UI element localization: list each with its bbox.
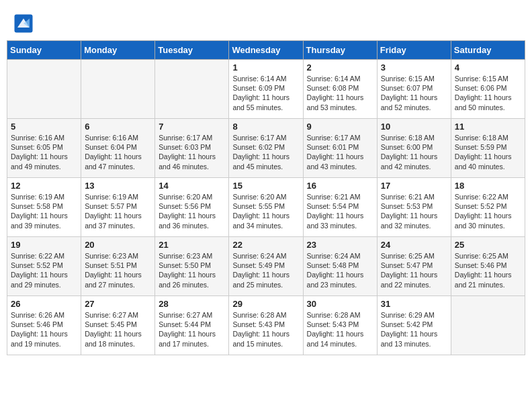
calendar-cell: 24Sunrise: 6:25 AMSunset: 5:47 PMDayligh… — [377, 237, 451, 296]
day-number: 18 — [455, 181, 521, 191]
day-info: Sunrise: 6:14 AMSunset: 6:09 PMDaylight:… — [232, 74, 299, 112]
calendar-week-row: 19Sunrise: 6:22 AMSunset: 5:52 PMDayligh… — [7, 237, 525, 296]
day-info: Sunrise: 6:15 AMSunset: 6:06 PMDaylight:… — [455, 74, 521, 112]
calendar-cell: 7Sunrise: 6:17 AMSunset: 6:03 PMDaylight… — [155, 119, 229, 178]
day-info: Sunrise: 6:14 AMSunset: 6:08 PMDaylight:… — [307, 74, 373, 112]
calendar-cell: 29Sunrise: 6:28 AMSunset: 5:43 PMDayligh… — [229, 296, 303, 355]
page-header — [7, 7, 525, 37]
day-number: 28 — [159, 299, 225, 309]
calendar-cell: 12Sunrise: 6:19 AMSunset: 5:58 PMDayligh… — [7, 178, 81, 237]
day-number: 19 — [11, 240, 77, 250]
calendar-cell: 14Sunrise: 6:20 AMSunset: 5:56 PMDayligh… — [155, 178, 229, 237]
day-number: 2 — [307, 62, 373, 73]
day-info: Sunrise: 6:17 AMSunset: 6:01 PMDaylight:… — [307, 133, 373, 171]
day-number: 12 — [11, 181, 77, 191]
day-number: 3 — [381, 62, 447, 73]
calendar-cell: 22Sunrise: 6:24 AMSunset: 5:49 PMDayligh… — [229, 237, 303, 296]
calendar-cell: 31Sunrise: 6:29 AMSunset: 5:42 PMDayligh… — [377, 296, 451, 355]
calendar-week-row: 5Sunrise: 6:16 AMSunset: 6:05 PMDaylight… — [7, 119, 525, 178]
calendar-cell — [81, 60, 155, 119]
day-info: Sunrise: 6:26 AMSunset: 5:46 PMDaylight:… — [11, 310, 77, 349]
day-info: Sunrise: 6:16 AMSunset: 6:04 PMDaylight:… — [85, 133, 151, 171]
day-number: 31 — [381, 299, 447, 309]
calendar-cell: 23Sunrise: 6:24 AMSunset: 5:48 PMDayligh… — [303, 237, 377, 296]
day-info: Sunrise: 6:19 AMSunset: 5:58 PMDaylight:… — [11, 192, 77, 230]
calendar-cell: 15Sunrise: 6:20 AMSunset: 5:55 PMDayligh… — [229, 178, 303, 237]
day-number: 20 — [85, 240, 151, 250]
day-number: 15 — [232, 181, 299, 191]
day-info: Sunrise: 6:15 AMSunset: 6:07 PMDaylight:… — [381, 74, 447, 112]
day-number: 8 — [232, 122, 299, 132]
day-info: Sunrise: 6:19 AMSunset: 5:57 PMDaylight:… — [85, 192, 151, 230]
logo — [13, 13, 36, 34]
day-number: 25 — [455, 240, 521, 250]
calendar-cell: 1Sunrise: 6:14 AMSunset: 6:09 PMDaylight… — [229, 60, 303, 119]
day-info: Sunrise: 6:24 AMSunset: 5:48 PMDaylight:… — [307, 251, 373, 289]
calendar-cell: 19Sunrise: 6:22 AMSunset: 5:52 PMDayligh… — [7, 237, 81, 296]
day-number: 10 — [381, 122, 447, 132]
day-number: 1 — [232, 62, 299, 73]
day-info: Sunrise: 6:23 AMSunset: 5:50 PMDaylight:… — [159, 251, 225, 289]
day-number: 6 — [85, 122, 151, 132]
day-number: 5 — [11, 122, 77, 132]
day-number: 13 — [85, 181, 151, 191]
day-number: 11 — [455, 122, 521, 132]
day-number: 7 — [159, 122, 225, 132]
weekday-header-row: SundayMondayTuesdayWednesdayThursdayFrid… — [7, 41, 525, 60]
day-number: 17 — [381, 181, 447, 191]
day-info: Sunrise: 6:17 AMSunset: 6:02 PMDaylight:… — [232, 133, 299, 171]
calendar-cell: 20Sunrise: 6:23 AMSunset: 5:51 PMDayligh… — [81, 237, 155, 296]
calendar-cell: 4Sunrise: 6:15 AMSunset: 6:06 PMDaylight… — [451, 60, 525, 119]
calendar-cell: 9Sunrise: 6:17 AMSunset: 6:01 PMDaylight… — [303, 119, 377, 178]
calendar-week-row: 1Sunrise: 6:14 AMSunset: 6:09 PMDaylight… — [7, 60, 525, 119]
calendar-cell: 8Sunrise: 6:17 AMSunset: 6:02 PMDaylight… — [229, 119, 303, 178]
calendar-cell: 17Sunrise: 6:21 AMSunset: 5:53 PMDayligh… — [377, 178, 451, 237]
day-number: 4 — [455, 62, 521, 73]
day-info: Sunrise: 6:24 AMSunset: 5:49 PMDaylight:… — [232, 251, 299, 289]
calendar-cell: 2Sunrise: 6:14 AMSunset: 6:08 PMDaylight… — [303, 60, 377, 119]
calendar-table: SundayMondayTuesdayWednesdayThursdayFrid… — [7, 40, 525, 355]
day-info: Sunrise: 6:25 AMSunset: 5:47 PMDaylight:… — [381, 251, 447, 289]
calendar-cell: 11Sunrise: 6:18 AMSunset: 5:59 PMDayligh… — [451, 119, 525, 178]
day-info: Sunrise: 6:18 AMSunset: 6:00 PMDaylight:… — [381, 133, 447, 171]
day-info: Sunrise: 6:25 AMSunset: 5:46 PMDaylight:… — [455, 251, 521, 289]
calendar-cell: 26Sunrise: 6:26 AMSunset: 5:46 PMDayligh… — [7, 296, 81, 355]
day-info: Sunrise: 6:18 AMSunset: 5:59 PMDaylight:… — [455, 133, 521, 171]
calendar-week-row: 26Sunrise: 6:26 AMSunset: 5:46 PMDayligh… — [7, 296, 525, 355]
day-number: 24 — [381, 240, 447, 250]
weekday-header-friday: Friday — [377, 41, 451, 60]
day-info: Sunrise: 6:21 AMSunset: 5:53 PMDaylight:… — [381, 192, 447, 230]
day-number: 27 — [85, 299, 151, 309]
day-info: Sunrise: 6:27 AMSunset: 5:44 PMDaylight:… — [159, 310, 225, 349]
calendar-cell: 18Sunrise: 6:22 AMSunset: 5:52 PMDayligh… — [451, 178, 525, 237]
calendar-cell: 13Sunrise: 6:19 AMSunset: 5:57 PMDayligh… — [81, 178, 155, 237]
calendar-cell — [155, 60, 229, 119]
day-number: 21 — [159, 240, 225, 250]
calendar-cell: 30Sunrise: 6:28 AMSunset: 5:43 PMDayligh… — [303, 296, 377, 355]
logo-icon — [13, 13, 34, 34]
calendar-cell: 5Sunrise: 6:16 AMSunset: 6:05 PMDaylight… — [7, 119, 81, 178]
day-number: 22 — [232, 240, 299, 250]
calendar-cell: 16Sunrise: 6:21 AMSunset: 5:54 PMDayligh… — [303, 178, 377, 237]
day-info: Sunrise: 6:28 AMSunset: 5:43 PMDaylight:… — [307, 310, 373, 349]
weekday-header-saturday: Saturday — [451, 41, 525, 60]
weekday-header-tuesday: Tuesday — [155, 41, 229, 60]
calendar-cell: 3Sunrise: 6:15 AMSunset: 6:07 PMDaylight… — [377, 60, 451, 119]
weekday-header-wednesday: Wednesday — [229, 41, 303, 60]
weekday-header-sunday: Sunday — [7, 41, 81, 60]
calendar-week-row: 12Sunrise: 6:19 AMSunset: 5:58 PMDayligh… — [7, 178, 525, 237]
day-info: Sunrise: 6:16 AMSunset: 6:05 PMDaylight:… — [11, 133, 77, 171]
day-info: Sunrise: 6:23 AMSunset: 5:51 PMDaylight:… — [85, 251, 151, 289]
day-number: 9 — [307, 122, 373, 132]
calendar-cell: 25Sunrise: 6:25 AMSunset: 5:46 PMDayligh… — [451, 237, 525, 296]
day-info: Sunrise: 6:17 AMSunset: 6:03 PMDaylight:… — [159, 133, 225, 171]
calendar-cell: 27Sunrise: 6:27 AMSunset: 5:45 PMDayligh… — [81, 296, 155, 355]
calendar-cell — [7, 60, 81, 119]
calendar-cell: 28Sunrise: 6:27 AMSunset: 5:44 PMDayligh… — [155, 296, 229, 355]
day-info: Sunrise: 6:27 AMSunset: 5:45 PMDaylight:… — [85, 310, 151, 349]
calendar-cell: 6Sunrise: 6:16 AMSunset: 6:04 PMDaylight… — [81, 119, 155, 178]
day-info: Sunrise: 6:21 AMSunset: 5:54 PMDaylight:… — [307, 192, 373, 230]
day-info: Sunrise: 6:20 AMSunset: 5:55 PMDaylight:… — [232, 192, 299, 230]
day-number: 14 — [159, 181, 225, 191]
calendar-cell — [451, 296, 525, 355]
